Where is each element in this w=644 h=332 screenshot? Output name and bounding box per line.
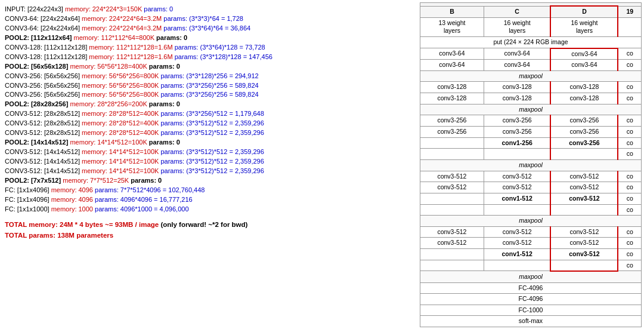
table-cell [420,137,484,149]
table-cell [420,193,484,204]
table-cell: co [618,137,641,149]
network-line: FC: [1x1x4096] memory: 4096 params: 4096… [5,195,413,205]
maxpool-cell: maxpool [420,271,642,282]
table-cell [484,204,550,216]
network-line: POOL2: [56x56x128] memory: 56*56*128=400… [5,62,413,72]
network-line: CONV3-128: [112x112x128] memory: 112*112… [5,43,413,53]
maxpool-cell: maxpool [420,104,642,115]
table-cell: conv3-128 [484,93,550,104]
maxpool-cell: maxpool [420,216,642,227]
table-cell: conv3-256 [550,127,618,138]
table-cell: conv3-64 [550,48,618,60]
fc-cell: FC-4096 [420,282,642,294]
fc-row: FC-4096 [420,282,642,294]
table-cell: conv3-512 [420,171,484,182]
network-line: CONV3-512: [14x14x512] memory: 14*14*512… [5,147,413,157]
table-row: conv3-128conv3-128conv3-128co [420,82,642,93]
table-cell: conv3-256 [550,115,618,127]
maxpool-row: maxpool [420,159,642,171]
table-row: conv1-512conv3-512co [420,193,642,204]
table-cell: conv3-256 [420,115,484,127]
convnet-config-table: B C D 19 13 weightlayers 16 weightlayers… [420,2,642,327]
table-cell: co [618,226,641,238]
network-line: CONV3-64: [224x224x64] memory: 224*224*6… [5,14,413,24]
maxpool-row: maxpool [420,271,642,282]
col-e-header: 19 [618,6,641,17]
col-b-subtitle: 13 weightlayers [420,17,484,36]
network-line: FC: [1x1x1000] memory: 1000 params: 4096… [5,205,413,214]
table-cell: conv3-512 [484,182,550,193]
network-line: CONV3-256: [56x56x256] memory: 56*56*256… [5,81,413,91]
table-cell: conv1-512 [484,249,550,260]
col-e-subtitle [618,17,641,36]
table-cell: co [618,48,641,60]
table-cell: conv3-512 [420,226,484,238]
maxpool-row: maxpool [420,216,642,227]
table-row: conv3-512conv3-512conv3-512co [420,226,642,238]
network-line: FC: [1x1x4096] memory: 4096 params: 7*7*… [5,186,413,195]
maxpool-cell: maxpool [420,70,642,82]
table-cell [484,149,550,160]
network-line: INPUT: [224x224x3] memory: 224*224*3=150… [5,5,413,14]
network-line: POOL2: [28x28x256] memory: 28*28*256=200… [5,100,413,109]
left-panel: INPUT: [224x224x3] memory: 224*224*3=150… [0,0,417,332]
table-cell: conv3-512 [484,238,550,249]
maxpool-row: maxpool [420,104,642,115]
table-cell: conv3-64 [484,60,550,71]
right-panel: B C D 19 13 weightlayers 16 weightlayers… [417,0,644,332]
table-cell: conv3-64 [420,48,484,60]
table-cell [484,260,550,271]
col-d-header: D [550,6,618,17]
table-cell: conv1-512 [484,193,550,204]
table-cell: co [618,127,641,138]
table-cell: conv3-128 [420,93,484,104]
table-cell: conv3-128 [484,82,550,93]
table-cell: conv3-128 [420,82,484,93]
table-cell [550,204,618,216]
table-row: co [420,149,642,160]
col-c-subtitle: 16 weightlayers [484,17,550,36]
network-line: CONV3-512: [28x28x512] memory: 28*28*512… [5,119,413,128]
table-row: conv3-64conv3-64conv3-64co [420,60,642,71]
input-cell: put (224 × 224 RGB image [420,36,642,48]
total-line: TOTAL params: 138M parameters [5,230,413,241]
table-cell: conv3-512 [420,238,484,249]
table-cell [550,260,618,271]
table-cell: co [618,82,641,93]
network-line: POOL2: [7x7x512] memory: 7*7*512=25K par… [5,176,413,186]
network-line: POOL2: [14x14x512] memory: 14*14*512=100… [5,138,413,147]
table-cell: co [618,238,641,249]
table-cell: conv3-512 [550,193,618,204]
input-row: put (224 × 224 RGB image [420,36,642,48]
table-cell: conv3-64 [420,60,484,71]
table-row: conv1-512conv3-512co [420,249,642,260]
col-d-subtitle: 16 weightlayers [550,17,618,36]
table-cell: conv3-256 [550,137,618,149]
col-b-header: B [420,6,484,17]
table-cell: conv1-256 [484,137,550,149]
network-line: CONV3-256: [56x56x256] memory: 56*56*256… [5,72,413,81]
fc-cell: FC-1000 [420,305,642,316]
fc-row: FC-4096 [420,294,642,305]
network-line: CONV3-512: [14x14x512] memory: 14*14*512… [5,167,413,176]
table-cell: co [618,182,641,193]
table-row: conv3-256conv3-256conv3-256co [420,127,642,138]
table-cell: conv3-128 [550,93,618,104]
table-cell: conv3-512 [550,182,618,193]
table-cell [420,204,484,216]
table-cell: conv3-256 [484,115,550,127]
network-line: POOL2: [112x112x64] memory: 112*112*64=8… [5,33,413,43]
table-cell: co [618,171,641,182]
table-cell: conv3-512 [550,238,618,249]
network-line: CONV3-512: [14x14x512] memory: 14*14*512… [5,157,413,167]
table-cell: conv3-512 [550,226,618,238]
table-cell: co [618,249,641,260]
softmax-cell: soft-max [420,316,642,327]
table-cell: co [618,193,641,204]
network-line: CONV3-128: [112x112x128] memory: 112*112… [5,53,413,62]
network-line: CONV3-512: [28x28x512] memory: 28*28*512… [5,128,413,138]
table-cell: conv3-512 [484,171,550,182]
table-row: conv3-64conv3-64conv3-64co [420,48,642,60]
fc-row: FC-1000 [420,305,642,316]
table-cell: conv3-512 [550,249,618,260]
